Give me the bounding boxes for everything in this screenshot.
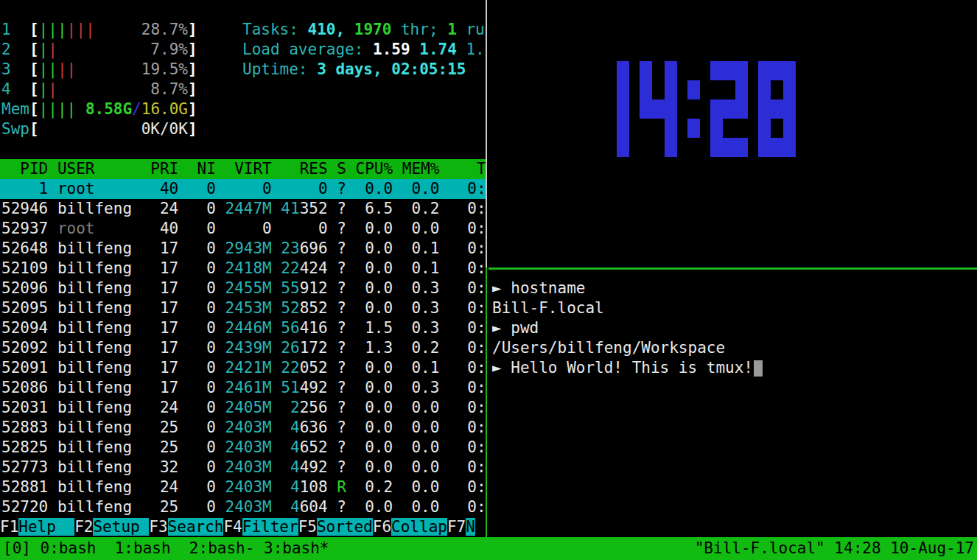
process-row[interactable]: 52109 billfeng 17 0 2418M 22424 ? 0.0 0.… xyxy=(0,259,486,279)
window-list[interactable]: [0] 0:bash 1:bash 2:bash- 3:bash* xyxy=(3,537,329,560)
fkey-f4[interactable]: F4Filter xyxy=(223,517,298,537)
cell-cpu: 0.0 xyxy=(346,279,393,297)
process-row[interactable]: 52096 billfeng 17 0 2455M 55912 ? 0.0 0.… xyxy=(0,279,486,298)
prompt-arrow-icon: ► xyxy=(492,359,511,377)
cell-state: ? xyxy=(337,399,346,416)
cell-cpu: 0.0 xyxy=(346,419,393,436)
cell-ni: 0 xyxy=(178,239,216,257)
cell-ni: 0 xyxy=(178,319,216,337)
fkey-f7[interactable]: F7N xyxy=(447,517,475,537)
meter-bar: | xyxy=(39,21,49,38)
cell-mem: 0.1 xyxy=(393,359,439,377)
cell-user: billfeng xyxy=(57,478,150,496)
cell-time: 0: xyxy=(449,458,486,476)
text-cursor[interactable] xyxy=(754,360,763,377)
cell-state: ? xyxy=(337,279,346,297)
fkey-f3[interactable]: F3Search xyxy=(149,517,223,537)
fkey-f6[interactable]: F6Collap xyxy=(373,517,447,537)
cell-ni: 0 xyxy=(178,478,216,496)
shell-pane[interactable]: ► hostnameBill-F.local► pwd/Users/billfe… xyxy=(489,270,977,537)
fkey-number: F5 xyxy=(298,518,317,536)
cell-pri: 25 xyxy=(150,498,178,516)
cell-virt: 2447M xyxy=(225,200,271,217)
cell-virt: 2403M xyxy=(225,478,271,496)
process-row[interactable]: 52937 root 40 0 0 0 ? 0.0 0.0 0: xyxy=(0,219,486,239)
shell-text: Bill-F.local xyxy=(492,299,604,317)
cell-state: ? xyxy=(337,299,346,317)
process-row[interactable]: 52095 billfeng 17 0 2453M 52852 ? 0.0 0.… xyxy=(0,298,486,318)
cell-pri: PRI xyxy=(150,160,178,178)
process-row[interactable]: 52086 billfeng 17 0 2461M 51492 ? 0.0 0.… xyxy=(0,378,486,398)
fkey-label: Filter xyxy=(242,518,298,536)
cell-res-hi: 4 xyxy=(281,419,299,436)
cell-user: billfeng xyxy=(57,458,150,476)
cell-ni: 0 xyxy=(178,279,216,297)
process-row[interactable]: 52720 billfeng 25 0 2403M 4604 ? 0.0 0.0… xyxy=(0,497,486,517)
process-row[interactable]: 52825 billfeng 25 0 2403M 4652 ? 0.0 0.0… xyxy=(0,438,486,458)
meter-bar: | xyxy=(57,21,67,38)
cell-mem: 0.1 xyxy=(393,239,439,257)
shell-text: /Users/billfeng/Workspace xyxy=(492,339,725,357)
process-row[interactable]: 52773 billfeng 32 0 2403M 4492 ? 0.0 0.0… xyxy=(0,458,486,477)
cell-user: billfeng xyxy=(57,279,150,297)
cell-mem: 0.3 xyxy=(393,379,439,396)
cell-res-hi: 22 xyxy=(281,259,299,277)
cell-pri: 40 xyxy=(150,220,178,237)
process-row[interactable]: 52092 billfeng 17 0 2439M 26172 ? 1.3 0.… xyxy=(0,338,486,358)
uptime-line: Uptime: 3 days, 02:05:15 xyxy=(242,60,486,80)
cell-res-lo: 256 xyxy=(300,399,328,416)
meter-bar: | xyxy=(48,80,57,98)
pane-border-vertical-active[interactable] xyxy=(486,267,487,537)
meter-4: 4 [|| 8.7%] xyxy=(1,80,197,99)
htop-pane[interactable]: 1 [|||||| 28.7%]2 [|| 7.9%]3 [|||| 19.5%… xyxy=(0,0,486,537)
cell-time: 0: xyxy=(449,399,486,416)
meter-bar: | xyxy=(48,21,57,38)
cell-res-lo: 492 xyxy=(300,458,328,476)
cell-time: 0: xyxy=(449,359,486,377)
cell-res-hi: 56 xyxy=(281,319,299,337)
fkey-number: F4 xyxy=(223,518,242,536)
pane-border-vertical-inactive[interactable] xyxy=(486,0,487,267)
cell-mem: 0.0 xyxy=(393,419,439,436)
cell-time: 0: xyxy=(449,419,486,436)
fkey-label: Search xyxy=(168,518,224,536)
meter-bar: | xyxy=(48,100,57,118)
cell-mem: 0.2 xyxy=(393,339,439,357)
fkey-f1[interactable]: F1Help xyxy=(0,517,74,537)
cell-virt: 2446M xyxy=(225,319,271,337)
shell-output-line: /Users/billfeng/Workspace xyxy=(489,338,977,358)
process-row[interactable]: 52883 billfeng 25 0 2403M 4636 ? 0.0 0.0… xyxy=(0,418,486,438)
cell-user: billfeng xyxy=(57,200,150,217)
cell-virt: VIRT xyxy=(225,160,271,178)
fkey-f5[interactable]: F5Sorted xyxy=(298,517,373,537)
clock-pane[interactable] xyxy=(489,0,977,267)
cell-time: T xyxy=(449,160,486,178)
tasks-load-uptime: Tasks: 410, 1970 thr; 1 ruLoad average: … xyxy=(242,20,486,80)
cell-pid: 52096 xyxy=(1,279,48,297)
shell-command-line: ► hostname xyxy=(489,279,977,298)
meter-value: 0K/0K xyxy=(141,120,188,138)
tasks-line: Tasks: 410, 1970 thr; 1 ru xyxy=(242,20,486,40)
cell-user: billfeng xyxy=(57,498,150,516)
process-row[interactable]: 52031 billfeng 24 0 2405M 2256 ? 0.0 0.0… xyxy=(0,398,486,418)
cell-time: 0: xyxy=(449,180,486,197)
fkey-f2[interactable]: F2Setup xyxy=(74,517,149,537)
process-row[interactable]: 52881 billfeng 24 0 2403M 4108 R 0.2 0.0… xyxy=(0,477,486,497)
cell-user: billfeng xyxy=(57,319,150,337)
cell-mem: 0.0 xyxy=(393,478,439,496)
cell-mem: 0.3 xyxy=(393,279,439,297)
process-row[interactable]: 1 root 40 0 0 0 ? 0.0 0.0 0: xyxy=(0,179,486,199)
cell-user: billfeng xyxy=(57,339,150,357)
cell-ni: 0 xyxy=(178,438,216,456)
process-row[interactable]: 52648 billfeng 17 0 2943M 23696 ? 0.0 0.… xyxy=(0,239,486,259)
table-header-row: PID USER PRI NI VIRT RES S CPU% MEM% T xyxy=(0,159,486,179)
fkey-label: N xyxy=(466,518,475,536)
cell-cpu: 6.5 xyxy=(346,200,393,217)
process-row[interactable]: 52091 billfeng 17 0 2421M 22052 ? 0.0 0.… xyxy=(0,358,486,378)
cell-res-lo: 352 xyxy=(300,200,328,217)
process-row[interactable]: 52946 billfeng 24 0 2447M 41352 ? 6.5 0.… xyxy=(0,199,486,219)
cell-res-hi: 22 xyxy=(281,359,299,377)
process-row[interactable]: 52094 billfeng 17 0 2446M 56416 ? 1.5 0.… xyxy=(0,318,486,338)
cell-state: ? xyxy=(337,220,346,237)
cell-res-hi: 52 xyxy=(281,299,299,317)
